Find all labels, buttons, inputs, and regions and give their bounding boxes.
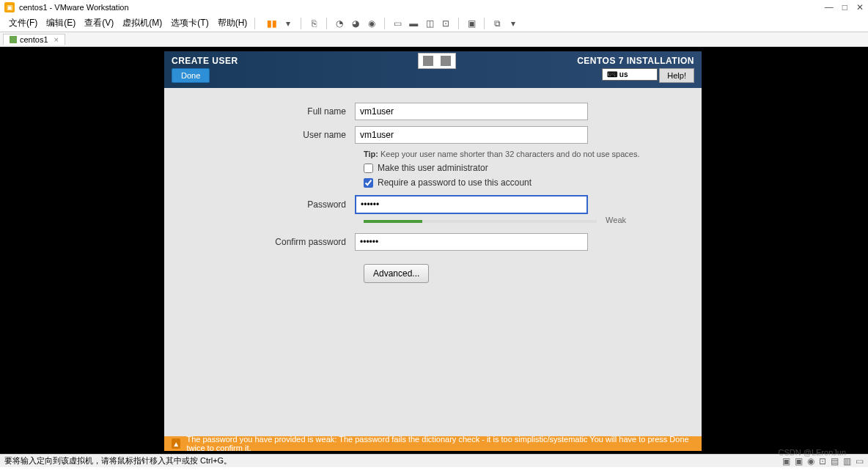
advanced-button[interactable]: Advanced... <box>364 264 429 283</box>
tip-text: Tip: Keep your user name shorter than 32… <box>364 150 694 158</box>
tip-label: Tip: <box>364 150 378 158</box>
pause-icon[interactable]: ▮▮ <box>265 17 279 30</box>
keyboard-layout-selector[interactable]: us <box>602 68 658 81</box>
statusbar: 要将输入定向到该虚拟机，请将鼠标指针移入其中或按 Ctrl+G。 ▣ ▣ ◉ ⊡… <box>0 454 868 467</box>
dropdown-icon[interactable]: ▾ <box>282 17 295 30</box>
form-area: Full name User name Tip: Keep your user … <box>164 88 702 298</box>
keyboard-toolbar[interactable] <box>418 53 456 69</box>
snapshot-manager-icon[interactable]: ◕ <box>349 17 362 30</box>
menu-file[interactable]: 文件(F) <box>4 15 42 31</box>
tip-body: Keep your user name shorter than 32 char… <box>380 150 639 158</box>
status-cd-icon[interactable]: ▣ <box>795 456 803 466</box>
password-strength-bar: Weak <box>364 220 597 223</box>
close-button[interactable]: ✕ <box>856 2 864 12</box>
status-network-icon[interactable]: ◉ <box>807 456 814 466</box>
password-strength-label: Weak <box>606 216 626 224</box>
installer-window: CREATE USER Done CENTOS 7 INSTALLATION u… <box>164 51 702 451</box>
password-input[interactable] <box>355 195 588 214</box>
installer-title: CENTOS 7 INSTALLATION <box>577 56 694 66</box>
status-usb-icon[interactable]: ⊡ <box>819 456 826 466</box>
user-name-label: User name <box>172 130 355 140</box>
warning-icon: ▲ <box>172 438 180 449</box>
status-icons: ▣ ▣ ◉ ⊡ ▤ ▥ ▭ <box>782 456 864 466</box>
done-button[interactable]: Done <box>172 68 210 83</box>
menu-edit[interactable]: 编辑(E) <box>42 15 80 31</box>
maximize-button[interactable]: □ <box>842 2 847 12</box>
confirm-password-label: Confirm password <box>172 237 355 247</box>
menu-view[interactable]: 查看(V) <box>80 15 118 31</box>
unity-icon[interactable]: ⧉ <box>490 17 504 30</box>
user-name-input[interactable] <box>355 126 588 144</box>
warning-text: The password you have provided is weak: … <box>186 435 694 452</box>
page-title: CREATE USER <box>172 56 238 66</box>
password-label: Password <box>172 199 355 210</box>
warning-bar: ▲ The password you have provided is weak… <box>164 436 702 451</box>
menubar: 文件(F) 编辑(E) 查看(V) 虚拟机(M) 选项卡(T) 帮助(H) ▮▮… <box>0 15 868 32</box>
view-mode-1-icon[interactable]: ▭ <box>391 17 404 30</box>
full-name-label: Full name <box>172 106 355 117</box>
vmware-icon: ▣ <box>4 2 15 12</box>
dropdown-2-icon[interactable]: ▾ <box>507 17 520 30</box>
snapshot-icon[interactable]: ◔ <box>333 17 346 30</box>
status-display-icon[interactable]: ▭ <box>856 456 864 466</box>
tab-label: centos1 <box>20 35 48 44</box>
keyboard-icon-2[interactable] <box>441 56 451 66</box>
window-title: centos1 - VMware Workstation <box>19 3 129 12</box>
tab-close-icon[interactable]: × <box>54 35 59 44</box>
window-titlebar: ▣ centos1 - VMware Workstation — □ ✕ <box>0 0 868 15</box>
fullscreen-icon[interactable]: ▣ <box>465 17 478 30</box>
installer-header: CREATE USER Done CENTOS 7 INSTALLATION u… <box>164 51 702 88</box>
menu-tabs[interactable]: 选项卡(T) <box>166 15 213 31</box>
require-password-checkbox[interactable] <box>364 178 373 188</box>
confirm-password-input[interactable] <box>355 233 588 251</box>
help-button[interactable]: Help! <box>659 68 694 83</box>
view-mode-4-icon[interactable]: ⊡ <box>439 17 452 30</box>
tab-centos1[interactable]: centos1 × <box>3 34 65 45</box>
watermark: CSDN @LEronJun <box>779 448 846 457</box>
tab-row: centos1 × <box>0 32 868 47</box>
menu-vm[interactable]: 虚拟机(M) <box>118 15 166 31</box>
status-disk-icon[interactable]: ▣ <box>782 456 790 466</box>
send-ctrl-alt-del-icon[interactable]: ⎘ <box>307 17 320 30</box>
full-name-input[interactable] <box>355 103 588 120</box>
status-printer-icon[interactable]: ▥ <box>843 456 851 466</box>
make-admin-label: Make this user administrator <box>378 163 488 173</box>
view-mode-2-icon[interactable]: ▬ <box>407 17 420 30</box>
minimize-button[interactable]: — <box>825 2 834 12</box>
view-mode-3-icon[interactable]: ◫ <box>423 17 436 30</box>
vm-tab-icon <box>10 36 17 43</box>
keyboard-icon-1[interactable] <box>423 56 433 66</box>
password-strength-fill <box>364 220 422 223</box>
status-sound-icon[interactable]: ▤ <box>831 456 839 466</box>
require-password-label: Require a password to use this account <box>378 177 532 188</box>
revert-icon[interactable]: ◉ <box>365 17 378 30</box>
make-admin-checkbox[interactable] <box>364 164 373 173</box>
menu-help[interactable]: 帮助(H) <box>213 15 252 31</box>
vm-display-area[interactable]: CREATE USER Done CENTOS 7 INSTALLATION u… <box>0 47 868 454</box>
statusbar-hint: 要将输入定向到该虚拟机，请将鼠标指针移入其中或按 Ctrl+G。 <box>4 455 232 466</box>
